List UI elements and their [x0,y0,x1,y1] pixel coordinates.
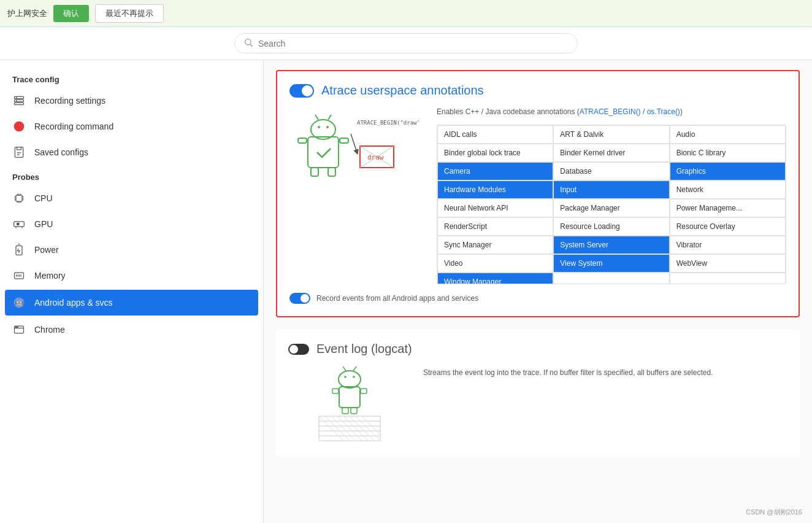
chrome-label: Chrome [34,325,65,335]
saved-configs-label: Saved configs [34,147,88,157]
search-input[interactable] [258,39,569,48]
atrace-cell[interactable]: View System [553,254,669,273]
memory-label: Memory [34,271,66,281]
svg-rect-61 [339,387,360,408]
atrace-cell[interactable]: Camera [437,162,553,180]
cpu-icon [12,192,26,205]
svg-rect-28 [16,246,22,255]
atrace-card: Atrace userspace annotations [276,70,800,317]
main-layout: Trace config Recording settings Recordin… [0,60,812,523]
atrace-card-footer: Record events from all Android apps and … [289,293,786,304]
cpu-label: CPU [34,193,53,203]
sidebar-item-android[interactable]: 🤖 Android apps & svcs [5,290,258,316]
svg-line-60 [353,366,356,371]
recording-command-label: Recording command [34,122,113,131]
svg-rect-8 [15,147,23,158]
eventlog-title: Event log (logcat) [316,342,412,356]
svg-rect-30 [15,273,24,279]
sidebar-item-chrome[interactable]: Chrome [0,317,263,343]
eventlog-toggle[interactable] [288,344,309,355]
atrace-cell[interactable]: Neural Network API [437,199,553,217]
atrace-cell[interactable] [670,273,786,284]
sidebar-item-recording-command[interactable]: Recording command [0,114,263,139]
atrace-link1[interactable]: ATRACE_BEGIN() [580,107,641,116]
search-wrap [234,33,578,53]
svg-rect-27 [17,223,19,225]
atrace-cell[interactable]: Binder Kernel driver [553,144,669,162]
atrace-cell[interactable]: Sync Manager [437,236,553,254]
recording-settings-icon [12,94,26,107]
svg-rect-48 [340,138,348,143]
svg-point-0 [245,39,251,45]
svg-text:🤖: 🤖 [15,298,24,306]
atrace-cell[interactable]: Resource Loading [553,217,669,236]
top-bar-text: 护上网安全 [7,8,47,19]
atrace-record-toggle-knob [301,294,309,303]
svg-point-7 [14,122,25,132]
atrace-cell[interactable]: Bionic C library [670,144,786,162]
dismiss-button[interactable]: 最近不再提示 [95,4,164,23]
atrace-cell[interactable]: Hardware Modules [437,180,553,199]
atrace-cell[interactable] [553,273,669,284]
atrace-cell[interactable]: AIDL calls [437,125,553,144]
svg-line-46 [328,115,331,120]
sidebar-item-saved-configs[interactable]: Saved configs [0,139,263,165]
atrace-cell[interactable]: WebView [670,254,786,273]
atrace-description: Enables C++ / Java codebase annotations … [437,106,786,117]
atrace-cell[interactable]: Window Manager [437,273,553,284]
atrace-cell[interactable]: RenderScript [437,217,553,236]
eventlog-body: Streams the event log into the trace. If… [288,362,787,444]
atrace-cell[interactable]: Audio [670,125,786,144]
android-icon: 🤖 [12,296,26,309]
atrace-svg: ATRACE_BEGIN("draw"); draw [289,106,418,180]
atrace-cell[interactable]: Video [437,254,553,273]
eventlog-toggle-knob [289,345,298,354]
sidebar-item-power[interactable]: Power [0,237,263,263]
sidebar-item-cpu[interactable]: CPU [0,185,263,211]
svg-point-44 [326,126,329,128]
top-bar: 护上网安全 确认 最近不再提示 [0,0,812,27]
saved-configs-icon [12,145,26,159]
gpu-label: GPU [34,219,53,229]
atrace-cell[interactable]: System Server [553,236,669,254]
svg-line-1 [250,44,253,47]
atrace-card-right: Enables C++ / Java codebase annotations … [437,106,786,284]
svg-line-59 [343,366,346,371]
sidebar-item-recording-settings[interactable]: Recording settings [0,88,263,114]
eventlog-description: Streams the event log into the trace. If… [423,367,713,378]
power-label: Power [34,245,59,255]
atrace-title: Atrace userspace annotations [321,83,484,98]
svg-text:draw: draw [367,153,384,161]
svg-point-40 [17,327,18,327]
logcat-svg [288,362,411,442]
svg-point-39 [15,327,16,327]
atrace-cell[interactable]: Resource Overlay [670,217,786,236]
atrace-cell[interactable]: Input [553,180,669,199]
atrace-cell[interactable]: Power Manageme... [670,199,786,217]
atrace-cell[interactable]: Vibrator [670,236,786,254]
svg-point-58 [353,376,355,378]
svg-rect-3 [15,99,24,101]
atrace-card-body: ATRACE_BEGIN("draw"); draw [289,106,786,284]
atrace-cell[interactable]: Database [553,162,669,180]
sidebar-item-gpu[interactable]: GPU [0,211,263,237]
confirm-button[interactable]: 确认 [53,5,89,22]
recording-settings-label: Recording settings [34,96,105,106]
probes-title: Probes [0,165,263,185]
main-content: Atrace userspace annotations [264,60,812,523]
svg-rect-11 [16,195,22,201]
atrace-cell[interactable]: Package Manager [553,199,669,217]
android-label: Android apps & svcs [34,298,113,308]
atrace-cell[interactable]: Graphics [670,162,786,180]
atrace-cell[interactable]: Binder global lock trace [437,144,553,162]
atrace-cell[interactable]: Network [670,180,786,199]
sidebar-item-memory[interactable]: Memory [0,263,263,289]
svg-rect-65 [351,408,357,414]
atrace-card-header: Atrace userspace annotations [289,83,786,98]
atrace-toggle[interactable] [289,84,314,98]
atrace-record-toggle[interactable] [289,293,310,304]
svg-rect-64 [342,408,348,414]
atrace-cell[interactable]: ART & Dalvik [553,125,669,144]
svg-rect-49 [311,168,318,176]
atrace-link2[interactable]: os.Trace() [647,107,680,116]
